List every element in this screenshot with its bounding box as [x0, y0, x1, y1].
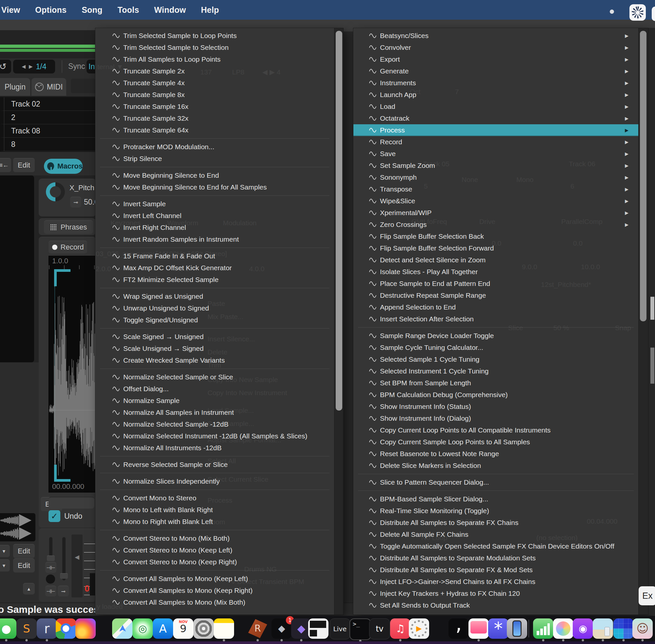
menu-item[interactable]: Detect and Select Silence in Zoom — [353, 254, 638, 266]
menu-item[interactable]: Place Sample to End at Pattern End — [353, 278, 638, 290]
menu-item[interactable]: Convert Stereo to Mono (Keep Right) — [95, 556, 334, 568]
menu-item[interactable]: Truncate Sample 16x — [95, 101, 334, 113]
menu-item[interactable]: Isolate Slices - Play All Together — [353, 266, 638, 278]
menu-item[interactable]: Unwrap Unsigned to Signed — [95, 302, 334, 314]
menu-item[interactable]: Show Instrument Info (Dialog) — [353, 413, 638, 424]
fader-mini-button[interactable]: ⊸ — [58, 585, 69, 596]
selection-bracket-bottom-h[interactable] — [54, 479, 70, 482]
menu-item[interactable]: Normalize All Samples in Instrument — [95, 407, 334, 418]
gear-play-app-icon[interactable]: ▶ — [409, 618, 429, 639]
fader-handle[interactable] — [60, 573, 68, 579]
edit-button[interactable]: Edit — [13, 158, 35, 172]
edit-button[interactable]: Edit — [13, 558, 35, 573]
menu-item[interactable]: Convolver▶ — [353, 42, 638, 53]
iphone-mirroring-icon[interactable] — [507, 618, 527, 639]
dropdown-button[interactable]: ▼ — [0, 545, 10, 557]
tab-plugin[interactable]: Plugin — [0, 78, 30, 96]
menu-item[interactable]: Move Beginning Silence to End for All Sa… — [95, 181, 334, 193]
calendar-icon[interactable]: 9NOV — [173, 618, 193, 639]
scrollbar-track[interactable] — [334, 28, 343, 615]
menu-item[interactable]: Flip Sample Buffer Selection Forward — [353, 242, 638, 254]
pitch-knob[interactable] — [46, 182, 65, 201]
knob-value[interactable]: 50.0 — [84, 198, 96, 207]
small-knob[interactable] — [46, 574, 55, 584]
menu-item[interactable]: Delete Slice Markers in Selection — [353, 460, 638, 472]
avatar-app-icon[interactable]: ☺ — [632, 618, 653, 639]
menu-item[interactable]: Invert Right Channel — [95, 222, 334, 233]
tab-midi[interactable]: MIDI — [31, 78, 66, 96]
menu-item[interactable]: Truncate Sample 4x — [95, 77, 334, 89]
apple-tv-icon[interactable]: tv — [369, 618, 390, 639]
menu-item[interactable]: Convert All Samples to Mono (Mix Both) — [95, 596, 334, 608]
menu-item[interactable]: 15 Frame Fade In & Fade Out — [95, 250, 334, 262]
menu-item[interactable]: Trim All Samples to Loop Points — [95, 53, 334, 65]
apple-music-icon[interactable]: ♫ — [390, 618, 411, 639]
menu-item[interactable]: Export▶ — [353, 53, 638, 65]
menu-item[interactable]: Normalize Selected Sample -12dB — [95, 418, 334, 430]
fader-handle[interactable] — [47, 555, 55, 561]
menu-item[interactable]: Invert Random Samples in Instrument — [95, 233, 334, 245]
menu-item[interactable]: Normalize Slices Independently — [95, 476, 334, 487]
menu-item[interactable]: Convert Mono to Stereo — [95, 492, 334, 504]
menubar-item-view[interactable]: View — [1, 5, 20, 15]
prev-arrow-icon[interactable]: ◀ — [22, 64, 26, 70]
photo-thumb-icon[interactable] — [593, 618, 613, 639]
appstore-icon[interactable]: A — [153, 618, 173, 639]
menubar-item-help[interactable]: Help — [201, 5, 219, 15]
menu-item[interactable]: Set All Sends to Output Track — [353, 599, 638, 611]
menu-item[interactable]: Mono to Right with Blank Left — [95, 516, 334, 528]
menubar-item-options[interactable]: Options — [35, 5, 67, 15]
stocks-chart-icon[interactable] — [533, 618, 553, 639]
menu-item[interactable]: Set Sample Zoom▶ — [353, 160, 638, 171]
menubar-item-tools[interactable]: Tools — [117, 5, 139, 15]
dropdown-button[interactable]: ▼ — [0, 559, 10, 572]
renoise-icon[interactable]: r — [37, 618, 57, 639]
menu-item[interactable]: Scale Unsigned → Signed — [95, 343, 334, 354]
maps-icon[interactable] — [112, 618, 133, 639]
menubar-item-song[interactable]: Song — [81, 5, 102, 15]
menu-item[interactable]: Create Wrecked Sample Variants — [95, 354, 334, 366]
menu-item[interactable]: Mono to Left with Blank Right — [95, 504, 334, 516]
menu-item[interactable]: Destructive Repeat Sample Range — [353, 290, 638, 301]
menu-item[interactable]: Launch App▶ — [353, 89, 638, 101]
track-row[interactable]: 8 — [0, 138, 96, 151]
firefox-icon[interactable] — [75, 618, 96, 639]
menu-item[interactable]: Zero Crossings▶ — [353, 219, 638, 231]
track-row[interactable]: Track 02 — [0, 97, 96, 111]
fader-mini-button[interactable]: ⊣⊢ — [45, 585, 56, 596]
menu-item[interactable]: Truncate Sample 8x — [95, 89, 334, 101]
comma-app-icon[interactable]: , — [448, 618, 469, 639]
menubar-starburst-icon[interactable] — [629, 4, 646, 21]
mosaic-blue-app-icon[interactable] — [613, 618, 634, 639]
menu-item[interactable]: Append Selection to End — [353, 301, 638, 313]
menu-item[interactable]: Convert All Samples to Mono (Keep Left) — [95, 573, 334, 585]
menu-item[interactable]: Protracker MOD Modulation... — [95, 141, 334, 153]
menu-item[interactable]: Generate▶ — [353, 65, 638, 77]
menu-item[interactable]: Reverse Selected Sample or Slice — [95, 459, 334, 470]
menu-item[interactable]: Truncate Sample 2x — [95, 65, 334, 77]
messages-icon[interactable]: ● — [0, 618, 16, 639]
list-back-button[interactable]: ≡← — [0, 158, 11, 172]
menu-item[interactable]: Toggle Signed/Unsigned — [95, 314, 334, 326]
macros-button[interactable]: Macros — [44, 159, 83, 174]
menu-item[interactable]: Truncate Sample 32x — [95, 113, 334, 124]
menu-item[interactable]: Trim Selected Sample to Loop Points — [95, 30, 334, 42]
findmy-icon[interactable]: ◎ — [133, 618, 153, 639]
menu-item[interactable]: Real-Time Slice Monitoring (Toggle) — [353, 505, 638, 517]
menu-item[interactable]: Convert Stereo to Mono (Keep Left) — [95, 544, 334, 556]
menu-item[interactable]: Normalize Selected Instrument -12dB (All… — [95, 430, 334, 442]
menu-item[interactable]: Inject LFO->Gainer->Send Chains to All F… — [353, 576, 638, 588]
menu-item[interactable]: Reset Basenote to Lowest Note Range — [353, 448, 638, 460]
fader-mini-button[interactable]: ⊣⊢ — [45, 562, 56, 573]
menu-item[interactable]: Transpose▶ — [353, 183, 638, 195]
waveform-display[interactable]: 1.0.0 00.00.000 — [48, 256, 96, 492]
menu-item[interactable]: Process▶ — [353, 124, 638, 136]
export-dialog-button[interactable]: Ex — [639, 586, 655, 605]
menu-item[interactable]: Selected Instrument 1 Cycle Tuning — [353, 365, 638, 377]
photos-paint-icon[interactable] — [553, 618, 574, 639]
edit-button[interactable]: Edit — [13, 544, 35, 558]
menu-item[interactable]: BPM Calculation Debug (Comprehensive) — [353, 389, 638, 401]
menu-item[interactable]: Max Amp DC Offset Kick Generator — [95, 262, 334, 274]
menu-item[interactable]: Xperimental/WIP▶ — [353, 207, 638, 219]
menu-item[interactable]: Instruments▶ — [353, 77, 638, 89]
